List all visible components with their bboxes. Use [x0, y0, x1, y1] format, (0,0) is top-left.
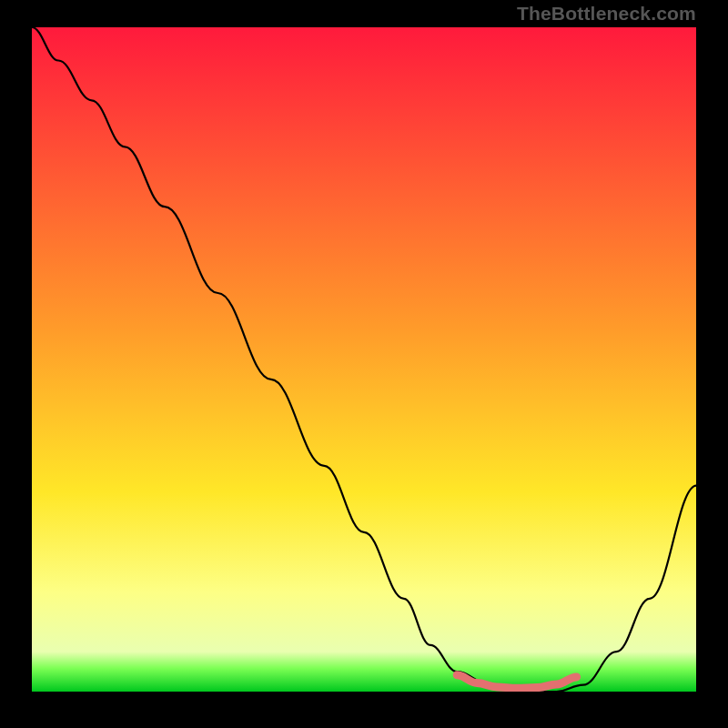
- curve-layer: [32, 27, 696, 692]
- flat-zone-highlight: [457, 675, 576, 689]
- watermark-text: TheBottleneck.com: [517, 3, 696, 25]
- bottleneck-curve: [32, 27, 696, 692]
- chart-frame: TheBottleneck.com: [0, 0, 728, 728]
- plot-area: [32, 27, 696, 692]
